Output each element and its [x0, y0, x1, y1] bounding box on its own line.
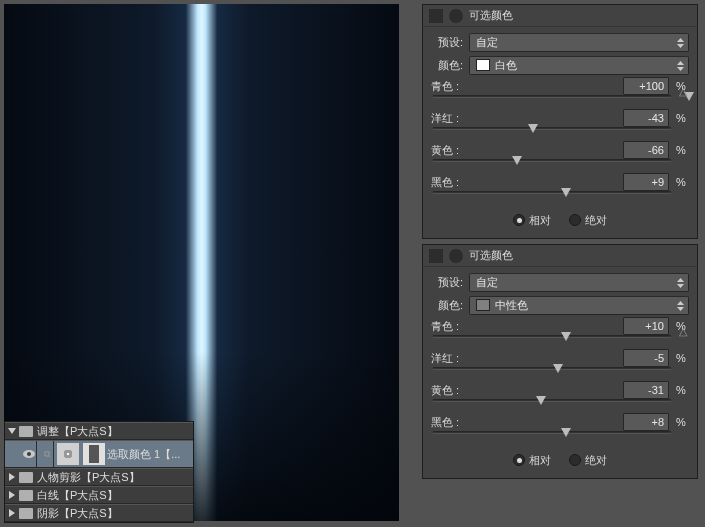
- percent-label: %: [673, 176, 689, 188]
- black-slider: 黑色 : +8 %: [431, 414, 689, 444]
- reset-icon[interactable]: △: [676, 325, 689, 338]
- layer-label: 调整【P大点S】: [37, 424, 191, 439]
- color-swatch: [476, 59, 490, 71]
- preset-label: 预设:: [431, 35, 469, 50]
- dropdown-caret-icon: [677, 278, 684, 288]
- yellow-slider: 黄色 : -66 %: [431, 142, 689, 172]
- svg-marker-3: [9, 473, 15, 481]
- layer-label: 阴影【P大点S】: [37, 506, 191, 521]
- svg-point-2: [27, 452, 31, 456]
- slider-label: 青色 :: [431, 79, 479, 94]
- magenta-input[interactable]: -5: [623, 349, 669, 367]
- selective-color-panel-1: 可选颜色 预设: 自定 颜色: 中性色 青色 :: [422, 244, 698, 479]
- color-label: 颜色:: [431, 58, 469, 73]
- slider-label: 青色 :: [431, 319, 479, 334]
- panel-title: 可选颜色: [469, 248, 513, 263]
- preset-label: 预设:: [431, 275, 469, 290]
- mask-icon[interactable]: [449, 249, 463, 263]
- black-input[interactable]: +8: [623, 413, 669, 431]
- percent-label: %: [673, 144, 689, 156]
- panel-title: 可选颜色: [469, 8, 513, 23]
- preset-select[interactable]: 自定: [469, 33, 689, 52]
- panel-header: 可选颜色: [423, 5, 697, 27]
- svg-marker-9: [677, 67, 684, 71]
- disclosure-down-icon[interactable]: [7, 426, 17, 436]
- selective-color-panel-0: 可选颜色 预设: 自定 颜色: 白色 青色 :: [422, 4, 698, 239]
- layer-label: 选取颜色 1【...: [107, 447, 191, 462]
- yellow-input[interactable]: -31: [623, 381, 669, 399]
- slider-label: 黑色 :: [431, 175, 479, 190]
- svg-marker-12: [677, 301, 684, 305]
- black-slider: 黑色 : +9 %: [431, 174, 689, 204]
- yellow-slider: 黄色 : -31 %: [431, 382, 689, 412]
- visibility-icon[interactable]: [21, 441, 37, 467]
- magenta-slider: 洋红 : -5 %: [431, 350, 689, 380]
- color-label: 颜色:: [431, 298, 469, 313]
- color-value: 白色: [495, 58, 517, 73]
- layer-label: 人物剪影【P大点S】: [37, 470, 191, 485]
- color-select[interactable]: 中性色: [469, 296, 689, 315]
- disclosure-right-icon[interactable]: [7, 490, 17, 500]
- magenta-slider: 洋红 : -43 %: [431, 110, 689, 140]
- magenta-track[interactable]: [433, 126, 689, 140]
- svg-marker-4: [9, 491, 15, 499]
- panel-header: 可选颜色: [423, 245, 697, 267]
- absolute-radio[interactable]: 绝对: [569, 213, 607, 228]
- link-icon[interactable]: ⧉: [40, 441, 54, 467]
- mask-icon[interactable]: [449, 9, 463, 23]
- adjustment-thumbnail-icon: [57, 443, 79, 465]
- layer-group-shadow[interactable]: 阴影【P大点S】: [5, 504, 193, 522]
- percent-label: %: [673, 352, 689, 364]
- folder-icon: [19, 490, 33, 501]
- percent-label: %: [673, 384, 689, 396]
- color-value: 中性色: [495, 298, 528, 313]
- layer-group-silhouette[interactable]: 人物剪影【P大点S】: [5, 468, 193, 486]
- layer-label: 白线【P大点S】: [37, 488, 191, 503]
- cyan-input[interactable]: +100: [623, 77, 669, 95]
- svg-marker-0: [8, 428, 16, 434]
- percent-label: %: [673, 416, 689, 428]
- svg-marker-13: [677, 307, 684, 311]
- adjustment-icon[interactable]: [429, 9, 443, 23]
- folder-icon: [19, 508, 33, 519]
- method-radio-group: 相对 绝对: [431, 450, 689, 470]
- relative-radio[interactable]: 相对: [513, 453, 551, 468]
- black-track[interactable]: [433, 190, 689, 204]
- yellow-track[interactable]: [433, 398, 689, 412]
- magenta-track[interactable]: [433, 366, 689, 380]
- slider-label: 黑色 :: [431, 415, 479, 430]
- yellow-track[interactable]: [433, 158, 689, 172]
- relative-radio[interactable]: 相对: [513, 213, 551, 228]
- properties-column: 可选颜色 预设: 自定 颜色: 白色 青色 :: [422, 4, 698, 484]
- svg-marker-8: [677, 61, 684, 65]
- layer-group-whiteline[interactable]: 白线【P大点S】: [5, 486, 193, 504]
- yellow-input[interactable]: -66: [623, 141, 669, 159]
- black-input[interactable]: +9: [623, 173, 669, 191]
- black-track[interactable]: [433, 430, 689, 444]
- layer-group-adjustments[interactable]: 调整【P大点S】: [5, 422, 193, 440]
- preset-value: 自定: [476, 35, 498, 50]
- dropdown-caret-icon: [677, 301, 684, 311]
- cyan-track[interactable]: △: [433, 334, 689, 348]
- slider-label: 洋红 :: [431, 351, 479, 366]
- layer-selective-color[interactable]: ⧉ 选取颜色 1【...: [5, 440, 193, 468]
- disclosure-right-icon[interactable]: [7, 472, 17, 482]
- preset-select[interactable]: 自定: [469, 273, 689, 292]
- dropdown-caret-icon: [677, 61, 684, 71]
- color-swatch: [476, 299, 490, 311]
- cyan-track[interactable]: △: [433, 94, 689, 108]
- color-select[interactable]: 白色: [469, 56, 689, 75]
- cyan-input[interactable]: +10: [623, 317, 669, 335]
- slider-label: 洋红 :: [431, 111, 479, 126]
- percent-label: %: [673, 112, 689, 124]
- cyan-slider: 青色 : +10 % △: [431, 318, 689, 348]
- reset-icon[interactable]: △: [676, 85, 689, 98]
- adjustment-icon[interactable]: [429, 249, 443, 263]
- absolute-radio[interactable]: 绝对: [569, 453, 607, 468]
- slider-label: 黄色 :: [431, 383, 479, 398]
- magenta-input[interactable]: -43: [623, 109, 669, 127]
- mask-thumbnail-icon: [83, 443, 105, 465]
- cyan-slider: 青色 : +100 % △: [431, 78, 689, 108]
- disclosure-right-icon[interactable]: [7, 508, 17, 518]
- svg-marker-11: [677, 284, 684, 288]
